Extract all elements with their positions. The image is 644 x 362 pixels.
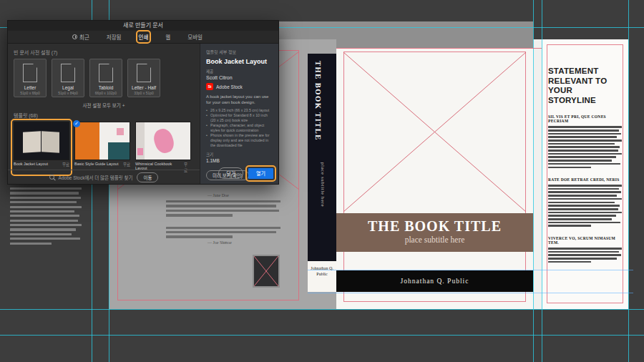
stock-search-text: Adobe Stock에서 더 많은 템플릿 찾기: [59, 174, 133, 181]
preset-legal[interactable]: Legal 51p0 x 84p0: [52, 59, 84, 97]
back-cover-quotes: — Jane Doe — Joe Shmoe: [166, 191, 280, 248]
front-flap-panel: STATEMENT RELEVANT TO YOUR STORYLINE SIL…: [542, 39, 628, 309]
provider-label: 제공: [206, 69, 273, 74]
tab-web[interactable]: 웹: [165, 33, 170, 41]
guide-line: [308, 293, 633, 293]
presets-section-label: 빈 문서 사전 설정 (7): [14, 49, 194, 56]
preset-tabloid[interactable]: Tabloid 66p0 x 102p0: [89, 59, 122, 97]
document-icon: [23, 64, 37, 82]
indesign-workspace: — Jane Doe — Joe Shmoe THE BOOK TITLE pl…: [0, 0, 644, 362]
quote-attribution: — Joe Shmoe: [166, 240, 280, 245]
guide-line: [0, 335, 644, 336]
search-icon: [49, 175, 54, 180]
flap-heading: STATEMENT RELEVANT TO YOUR STORYLINE: [548, 67, 622, 105]
dialog-titlebar[interactable]: 새로 만들기 문서: [8, 21, 278, 31]
adobe-stock-row: St Adobe Stock: [206, 83, 273, 90]
view-all-presets-link[interactable]: 사전 설정 모두 보기 +: [14, 102, 194, 109]
placeholder-text-bars: [10, 187, 82, 247]
author-photo-placeholder: [253, 255, 280, 288]
guide-line: [628, 0, 629, 362]
spine-panel: THE BOOK TITLE place subtitle here Johna…: [308, 39, 336, 309]
flap-section-heading: VIVERCE VO, SCRUM NIMASUM TEM.: [548, 236, 622, 245]
details-header: 템플릿 세부 정보: [206, 49, 273, 55]
template-thumbnail: [14, 122, 69, 160]
template-book-jacket-layout[interactable]: Book Jacket Layout 무료: [14, 122, 69, 173]
guide-line: [533, 0, 534, 362]
size-label: 크기: [206, 152, 273, 157]
preset-row: Letter 51p0 x 66p0 Legal 51p0 x 84p0 Tab…: [14, 59, 194, 97]
details-description: A book jacket layout you can use for you…: [206, 94, 273, 105]
margin-guide: [343, 52, 526, 302]
templates-section-label: 템플릿 (68): [14, 112, 194, 119]
spine-author: Johnathan Q. Public: [308, 261, 336, 292]
placeholder-text-bars: [548, 126, 622, 168]
bleed-guide: [336, 48, 542, 49]
cover-wrap-strip: [336, 39, 533, 48]
cover-title: THE BOOK TITLE: [336, 218, 533, 235]
title-band: THE BOOK TITLE place subtitle here: [336, 213, 533, 252]
flap-section-heading: RATE DOE RETRAE CREDI, NERIS: [548, 177, 622, 182]
detail-bullet: Photos shown in the preview are for disp…: [206, 133, 273, 148]
size-value: 1.1MB: [206, 158, 273, 163]
spine-title: THE BOOK TITLE: [314, 61, 322, 141]
front-cover-panel: THE BOOK TITLE place subtitle here Johna…: [336, 39, 533, 309]
tab-mobile[interactable]: 모바일: [187, 33, 203, 41]
document-icon: [137, 64, 151, 82]
cover-subtitle: place subtitle here: [336, 235, 533, 244]
image-placeholder-x: [343, 52, 526, 212]
quote-attribution: — Jane Doe: [166, 193, 280, 197]
document-icon: [99, 64, 113, 82]
template-thumbnail: [135, 122, 191, 160]
detail-bullet: Paragraph, character, and object styles …: [206, 123, 273, 133]
preset-letter[interactable]: Letter 51p0 x 66p0: [14, 59, 47, 97]
template-row: Book Jacket Layout 무료 Basic Style Guide …: [14, 122, 194, 173]
placeholder-text-bars: [166, 227, 280, 238]
detail-bullet: Optimized for Standard 8 x 10 inch (20 x…: [206, 113, 273, 123]
open-button[interactable]: 열기: [248, 168, 273, 179]
adobe-stock-icon: St: [206, 83, 213, 90]
fold-gap: [533, 39, 542, 309]
clock-icon: [72, 34, 77, 39]
preset-letter-half[interactable]: Letter - Half 33p0 x 51p0: [127, 59, 160, 97]
details-title: Book Jacket Layout: [206, 58, 273, 65]
stock-search-footer: Adobe Stock에서 더 많은 템플릿 찾기 이동: [8, 170, 200, 184]
document-icon: [61, 64, 75, 82]
close-button[interactable]: 닫기: [218, 167, 243, 179]
tab-saved[interactable]: 저장됨: [107, 33, 122, 41]
detail-bullet: 26 x 9.25 inch (66 x 23.5 cm) layout: [206, 108, 273, 113]
template-thumbnail: [74, 122, 130, 160]
template-whimsical-cookbook-layout[interactable]: Whimsical Cookbook Layout 무료: [135, 122, 191, 173]
new-document-dialog: 새로 만들기 문서 최근 저장됨 인쇄 웹 모바일 빈 문서 사전 설정 (7)…: [7, 20, 279, 185]
flap-section-heading: SIL VIS ET PRI, QUE CONES PECRIAM: [548, 114, 622, 123]
author-band: Johnathan Q. Public: [336, 270, 533, 292]
spine-background: THE BOOK TITLE place subtitle here: [308, 54, 336, 261]
check-icon: [73, 120, 80, 127]
tab-print[interactable]: 인쇄: [139, 33, 149, 41]
template-basic-style-guide-layout[interactable]: Basic Style Guide Layout 무료: [74, 122, 130, 173]
provider-name: Scott Citron: [206, 75, 273, 80]
go-button[interactable]: 이동: [137, 172, 158, 182]
details-bullets: 26 x 9.25 inch (66 x 23.5 cm) layout Opt…: [206, 108, 273, 148]
template-details-panel: 템플릿 세부 정보 Book Jacket Layout 제공 Scott Ci…: [200, 44, 278, 184]
dialog-actions: 닫기 열기: [218, 167, 273, 179]
placeholder-text-bars: [548, 248, 622, 263]
adobe-stock-label: Adobe Stock: [216, 84, 243, 89]
guide-line: [0, 309, 644, 310]
placeholder-text-bars: [548, 185, 622, 227]
spine-subtitle: place subtitle here: [321, 162, 326, 207]
placeholder-text-bars: [166, 200, 280, 217]
guide-line: [542, 0, 542, 362]
guide-line: [308, 270, 633, 270]
tab-recent[interactable]: 최근: [72, 33, 89, 41]
dialog-tab-bar: 최근 저장됨 인쇄 웹 모바일: [8, 31, 278, 44]
